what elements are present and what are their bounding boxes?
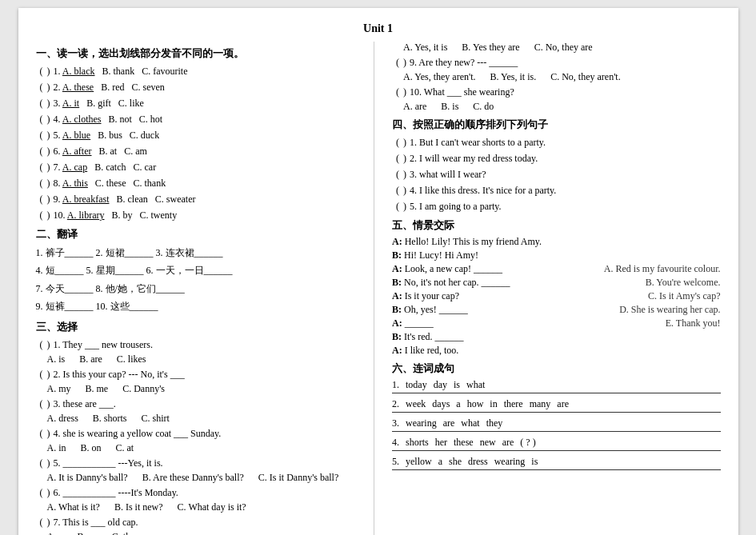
option: B. shorts [93, 413, 127, 425]
word: what [466, 379, 485, 391]
word: week [406, 398, 426, 410]
word: a [438, 456, 442, 468]
answer-line [392, 412, 721, 413]
item-content: 3. A. it B. gift C. like [54, 96, 365, 110]
list-item: ()9. Are they new? --- ______A. Yes, the… [392, 55, 721, 83]
left-column: 一、读一读，选出划线部分发音不同的一项。 ()1. A. black B. th… [36, 42, 375, 535]
word: there [504, 398, 523, 410]
list-item: ()6. A. after B. at C. am [36, 144, 365, 158]
question-text: 3. these are ___. [54, 397, 365, 411]
bracket: ( [36, 112, 47, 126]
dialogue-option: E. Thank you! [666, 317, 721, 329]
translate-item: 9. 短裤______ 10. 这些______ [36, 298, 158, 314]
word: is [531, 456, 538, 468]
list-item: ()2. I will wear my red dress today. [392, 151, 721, 166]
arrange-item: 4.shortshertheseneware( ? ) [392, 437, 721, 451]
word: ( ? ) [520, 437, 535, 449]
word: yellow [406, 456, 432, 468]
list-item: ()1. They ___ new trousers.A. isB. areC.… [36, 337, 365, 365]
section3-items: ()1. They ___ new trousers.A. isB. areC.… [36, 337, 365, 535]
option: C. likes [117, 353, 146, 365]
translate-item: 4. 短______ 5. 星期______ 6. 一天，一日______ [36, 262, 233, 278]
bracket: ( [36, 192, 47, 206]
section1-items: ()1. A. black B. thank C. favourite()2. … [36, 64, 365, 222]
section6-items: 1.todaydayiswhat2.weekdaysahowinthereman… [392, 379, 721, 470]
right-top-items: A. Yes, it isB. Yes they areC. No, they … [392, 42, 721, 113]
dialogue-option: B. You're welcome. [646, 277, 721, 289]
question-text: 5. ___________ ---Yes, it is. [54, 456, 365, 470]
bracket: ( [36, 96, 47, 110]
word: day [434, 379, 447, 391]
word: are [557, 398, 569, 410]
word: days [432, 398, 450, 410]
option: A. is [47, 353, 66, 365]
section5-title: 五、情景交际 [392, 218, 721, 233]
dialogue-line: A: Look, a new cap! ______A. Red is my f… [392, 263, 721, 275]
option: A. in [47, 442, 66, 454]
translate-item: 1. 裤子______ 2. 短裙______ 3. 连衣裙______ [36, 245, 223, 261]
option: A. What is it? [47, 501, 100, 513]
list-item: A. Yes, it isB. Yes they areC. No, they … [392, 42, 721, 54]
option: C. shirt [142, 413, 170, 425]
dialogue-option: D. She is wearing her cap. [619, 304, 720, 316]
item-content: 2. A. these B. red C. seven [54, 80, 365, 94]
list-item: ()10. What ___ she wearing?A. areB. isC.… [392, 85, 721, 113]
dialogue-line: A: ______E. Thank you! [392, 317, 721, 329]
word: dress [468, 456, 488, 468]
word: wearing [406, 417, 437, 429]
word: are [502, 437, 514, 449]
bracket: ( [36, 80, 47, 94]
arrange-item: 1.todaydayiswhat [392, 379, 721, 393]
translate-item: 7. 今天______ 8. 他/她，它们______ [36, 281, 185, 297]
dialogue-option: C. Is it Amy's cap? [648, 290, 721, 302]
list-item: ()5. A. blue B. bus C. duck [36, 128, 365, 142]
list-item: ()4. I like this dress. It's nice for a … [392, 183, 721, 198]
question-text: 4. she is wearing a yellow coat ___ Sund… [54, 426, 365, 441]
bracket: ( [36, 144, 47, 158]
dialogue-line: B: Oh, yes! ______D. She is wearing her … [392, 304, 721, 316]
list-item: ()1. A. black B. thank C. favourite [36, 64, 365, 78]
section2-items: 1. 裤子______ 2. 短裙______ 3. 连衣裙______4. 短… [36, 245, 365, 315]
word: new [480, 437, 496, 449]
section4-title: 四、按照正确的顺序排列下列句子 [392, 118, 721, 132]
answer-line [392, 393, 721, 393]
section4-items: ()1. But I can't wear shorts to a party.… [392, 135, 721, 214]
section6-title: 六、连词成句 [392, 361, 721, 376]
list-item: 9. 短裤______ 10. 这些______ [36, 298, 365, 314]
list-item: ()5. I am going to a party. [392, 199, 721, 214]
item-content: 8. A. this C. these C. thank [54, 176, 365, 190]
item-content: 7. A. cap B. catch C. car [54, 160, 365, 174]
list-item: ()9. A. breakfast B. clean C. sweater [36, 192, 365, 206]
arrange-item: 5.yellowashedresswearingis [392, 456, 721, 470]
arrange-item: 3.wearingarewhatthey [392, 417, 721, 432]
option: C. What day is it? [178, 501, 246, 513]
list-item: ()7. This is ___ old cap.A. aB. anC. the [36, 515, 365, 535]
word: in [490, 398, 497, 410]
dialogue-line: A: Is it your cap?C. Is it Amy's cap? [392, 290, 721, 302]
option: C. Is it Danny's ball? [258, 472, 338, 484]
list-item: ()3. these are ___.A. dressB. shortsC. s… [36, 397, 365, 425]
dialogue-line: B: Hi! Lucy! Hi Amy! [392, 250, 721, 262]
dialogue-line: B: It's red. ______ [392, 331, 721, 343]
right-column: A. Yes, it isB. Yes they areC. No, they … [382, 42, 721, 535]
list-item: 4. 短______ 5. 星期______ 6. 一天，一日______ [36, 262, 365, 278]
section5-dialogue: A: Hello! Lily! This is my friend Amy.B:… [392, 236, 721, 357]
option: B. Is it new? [114, 501, 163, 513]
option: B. an [78, 531, 98, 535]
option: B. me [86, 383, 109, 395]
question-text: 7. This is ___ old cap. [54, 515, 365, 529]
section1-title: 一、读一读，选出划线部分发音不同的一项。 [36, 46, 365, 61]
item-content: 6. A. after B. at C. am [54, 144, 365, 158]
word: she [449, 456, 462, 468]
list-item: ()3. what will I wear? [392, 167, 721, 182]
list-item: ()4. A. clothes B. not C. hot [36, 112, 365, 126]
page-title: Unit 1 [36, 22, 721, 35]
option: A. It is Danny's ball? [47, 472, 128, 484]
bracket: ( [36, 160, 47, 174]
option: C. at [116, 442, 134, 454]
item-content: 5. A. blue B. bus C. duck [54, 128, 365, 142]
option: C. No, they aren't. [550, 71, 620, 83]
option: C. the [112, 531, 135, 535]
bracket: ( [36, 176, 47, 190]
answer-line [392, 469, 721, 470]
